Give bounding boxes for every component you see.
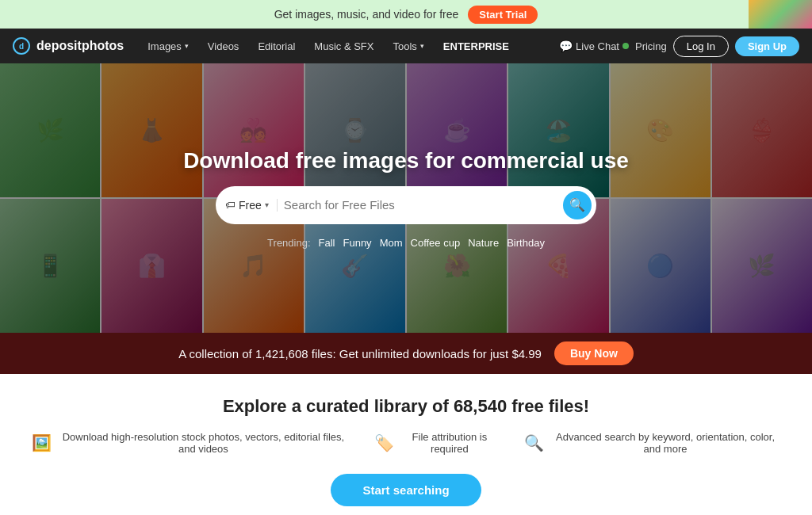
search-filter-dropdown[interactable]: 🏷 Free ▾ [225, 199, 278, 212]
hero-content: Download free images for commercial use … [0, 63, 812, 333]
promo-bar: A collection of 1,421,608 files: Get unl… [0, 333, 812, 374]
buy-now-button[interactable]: Buy Now [554, 341, 634, 365]
live-chat-button[interactable]: 💬 Live Chat [559, 40, 629, 52]
top-banner: Get images, music, and video for free St… [0, 0, 812, 29]
trending-tag-nature[interactable]: Nature [468, 237, 499, 249]
login-button[interactable]: Log In [673, 36, 729, 57]
features-section: Explore a curated library of 68,540 free… [0, 374, 812, 515]
search-button[interactable]: 🔍 [563, 191, 592, 219]
start-searching-button[interactable]: Start searching [331, 474, 481, 506]
chat-icon: 💬 [559, 40, 573, 52]
search-bar: 🏷 Free ▾ 🔍 [216, 186, 596, 224]
search-icon: 🔍 [569, 197, 585, 212]
online-indicator [622, 43, 629, 49]
signup-button[interactable]: Sign Up [735, 36, 799, 56]
banner-text: Get images, music, and video for free [274, 8, 459, 21]
pricing-link[interactable]: Pricing [635, 40, 667, 52]
start-trial-button[interactable]: Start Trial [468, 6, 538, 24]
navbar: d depositphotos Images ▾ Videos Editoria… [0, 29, 812, 63]
hero-section: 🌿 👗 💑 ⌚ ☕ 🏖️ 🎨 👙 📱 👔 🎵 🎸 🌺 🍕 🔵 🌿 Downloa… [0, 63, 812, 333]
trending-section: Trending: Fall Funny Mom Coffee cup Natu… [267, 237, 545, 249]
advanced-search-icon: 🔍 [524, 433, 544, 452]
search-input[interactable] [284, 198, 557, 212]
trending-tag-birthday[interactable]: Birthday [507, 237, 545, 249]
chevron-down-icon: ▾ [420, 42, 424, 50]
feature-attribution: 🏷️ File attribution is required [374, 431, 499, 455]
logo[interactable]: d depositphotos [13, 37, 124, 55]
feature-search: 🔍 Advanced search by keyword, orientatio… [524, 431, 780, 455]
nav-images[interactable]: Images ▾ [140, 29, 197, 63]
logo-text: depositphotos [36, 39, 124, 53]
features-title: Explore a curated library of 68,540 free… [32, 396, 780, 417]
trending-label: Trending: [267, 237, 310, 249]
logo-icon: d [13, 37, 30, 55]
trending-tag-mom[interactable]: Mom [380, 237, 403, 249]
nav-music[interactable]: Music & SFX [306, 29, 381, 63]
feature-attribution-text: File attribution is required [400, 431, 499, 455]
feature-download-text: Download high-resolution stock photos, v… [58, 431, 349, 455]
nav-right-actions: 💬 Live Chat Pricing Log In Sign Up [559, 36, 799, 57]
features-list: 🖼️ Download high-resolution stock photos… [32, 431, 780, 455]
trending-tag-coffee[interactable]: Coffee cup [411, 237, 461, 249]
trending-tag-fall[interactable]: Fall [319, 237, 335, 249]
nav-videos[interactable]: Videos [200, 29, 247, 63]
tag-icon: 🏷 [225, 199, 236, 211]
feature-download: 🖼️ Download high-resolution stock photos… [32, 431, 349, 455]
feature-search-text: Advanced search by keyword, orientation,… [550, 431, 780, 455]
hero-title: Download free images for commercial use [183, 148, 629, 174]
download-icon: 🖼️ [32, 433, 52, 452]
chevron-down-icon: ▾ [265, 200, 269, 209]
nav-tools[interactable]: Tools ▾ [385, 29, 431, 63]
nav-editorial[interactable]: Editorial [250, 29, 303, 63]
trending-tag-funny[interactable]: Funny [343, 237, 371, 249]
chevron-down-icon: ▾ [185, 42, 189, 50]
nav-enterprise[interactable]: ENTERPRISE [435, 29, 517, 63]
live-chat-label: Live Chat [576, 40, 619, 52]
filter-label: Free [239, 199, 262, 212]
attribution-icon: 🏷️ [374, 433, 394, 452]
promo-text: A collection of 1,421,608 files: Get unl… [178, 347, 542, 360]
